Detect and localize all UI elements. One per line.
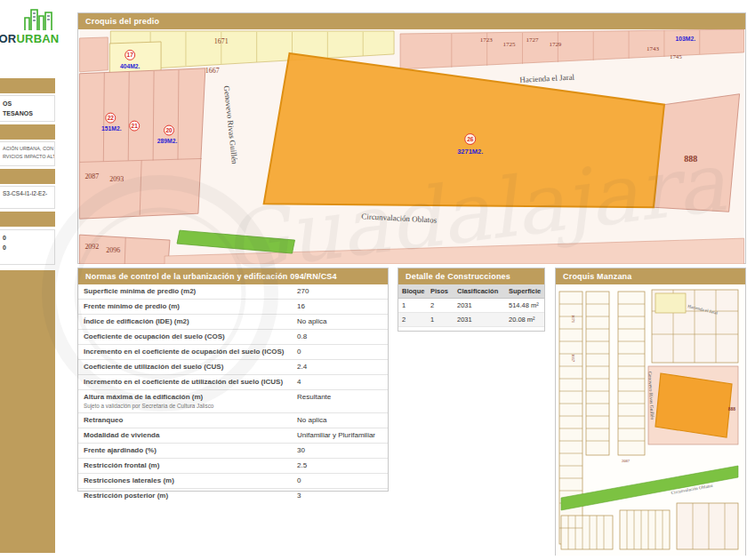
detalle-header[interactable]: Detalle de Construcciones — [398, 268, 544, 284]
sidebar-section-bar-1[interactable] — [0, 78, 55, 93]
normas-row-value: 0.8 — [297, 332, 382, 341]
normas-row-label: Incremento en el coeficiente de utilizac… — [84, 378, 297, 387]
normas-row-value: Unifamiliar y Plurifamiliar — [297, 431, 382, 440]
normas-row-label: Altura máxima de la edificación (m) — [84, 393, 292, 402]
house-number: 2092 — [84, 243, 99, 251]
house-number: 1745 — [670, 53, 682, 60]
detalle-col-header[interactable]: Superficie — [505, 284, 544, 299]
house-number: 2087 — [84, 172, 99, 180]
croquis-predio-header[interactable]: Croquis del predio — [78, 13, 745, 29]
normas-row-label-group: Altura máxima de la edificación (m) Suje… — [84, 393, 297, 410]
normas-row-value: Resultante — [297, 393, 382, 402]
value-line-2: 0 — [3, 243, 52, 252]
normas-row: Modalidad de viviendaUnifamiliar y Pluri… — [78, 428, 388, 444]
normas-row-value: 3 — [297, 492, 382, 500]
normas-row: Incremento en el coeficiente de ocupació… — [78, 345, 388, 360]
house-number: 1671 — [214, 37, 229, 45]
detalle-col-header[interactable]: Pisos — [427, 284, 454, 299]
marker-22-number: 22 — [108, 115, 115, 121]
normas-row-value: 2.5 — [297, 461, 382, 470]
manzana-map[interactable]: Genovevo Rivas Guillén Hacienda el Jaral… — [556, 284, 745, 556]
normas-row-value: No aplica — [297, 416, 382, 425]
normas-row-value: 270 — [297, 287, 382, 296]
sidebar-section-bar-4[interactable] — [0, 212, 55, 227]
normas-row-label: Restricciones laterales (m) — [84, 476, 297, 485]
manzana-yellow-parcel — [655, 293, 686, 313]
normas-row-value: 0 — [297, 348, 382, 356]
normas-row-value: 2.4 — [297, 363, 382, 372]
marker-20[interactable]: 20 — [165, 125, 174, 135]
house-number: 1723 — [480, 36, 493, 44]
normas-row-label: Modalidad de vivienda — [84, 431, 297, 440]
predio-map[interactable]: Genovevo Rivas Guillén Hacienda el Jaral… — [78, 29, 745, 264]
normas-row-label: Índice de edificación (IDE) (m2) — [84, 317, 297, 326]
detalle-cell: 514.48 m² — [505, 299, 544, 313]
visor-urbano-page: { "app": { "logo": { "part1": "VISOR", "… — [0, 0, 747, 560]
marker-26[interactable]: 26 — [465, 134, 476, 145]
area-label-151: 151M2. — [101, 125, 122, 132]
normas-header[interactable]: Normas de control de la urbanización y e… — [78, 268, 388, 284]
sidebar-info-values: 0 0 — [0, 229, 55, 265]
house-number: 1725 — [503, 41, 516, 48]
croquis-manzana-header[interactable]: Croquis Manzana — [556, 268, 745, 284]
croquis-manzana-panel: Croquis Manzana Genovevo Rivas Guillén H… — [555, 268, 746, 556]
detalle-cell: 1 — [398, 299, 427, 313]
normas-row-label: Restricción posterior (m) — [84, 492, 297, 500]
area-label-289: 289M2. — [157, 138, 178, 144]
marker-17[interactable]: 17 — [125, 50, 135, 60]
clasificacion-line-2: RVICIOS IMPACTO ALTO — [3, 153, 52, 161]
normas-row: Restricción frontal (m)2.5 — [78, 459, 388, 474]
normas-row: Frente mínimo de predio (m)16 — [78, 300, 388, 315]
house-number: 1727 — [526, 36, 539, 44]
normas-row-value: No aplica — [297, 317, 382, 326]
sidebar-info-address: OS TESANOS — [0, 95, 55, 122]
logo-text-visor: VISOR — [0, 32, 16, 45]
detalle-col-header[interactable]: Bloque — [398, 284, 427, 299]
normas-row-label: Retranqueo — [84, 416, 297, 425]
area-label-103: 103M2. — [676, 36, 696, 42]
manzana-selected-parcel[interactable] — [655, 373, 732, 437]
normas-row-label: Restricción frontal (m) — [84, 461, 297, 470]
normas-row-value: 30 — [297, 446, 382, 455]
detalle-table: Bloque Pisos Clasificación Superficie 1 … — [398, 284, 544, 327]
house-number-888: 888 — [684, 154, 697, 164]
clasificacion-line-1: ACIÓN URBANA, CON — [3, 145, 52, 153]
detalle-col-header[interactable]: Clasificación — [454, 284, 505, 299]
colonia-line: TESANOS — [3, 108, 52, 118]
manzana-house-number: 1671 — [571, 315, 575, 323]
normas-row-label: Incremento en el coeficiente de ocupació… — [84, 348, 297, 356]
visor-urbano-logo[interactable]: VISORURBANO — [0, 5, 59, 52]
house-number: 1729 — [549, 41, 561, 48]
detalle-cell: 20.08 m² — [505, 313, 544, 327]
house-number: 2096 — [106, 246, 120, 254]
croquis-predio-panel: Croquis del predio Genovevo Rivas Guillé… — [77, 12, 746, 264]
sidebar-section-bar-2[interactable] — [0, 124, 55, 140]
normas-row: Superficie mínima de predio (m2)270 — [78, 284, 388, 300]
manzana-house-number: 2087 — [622, 459, 631, 463]
marker-22[interactable]: 22 — [106, 113, 116, 123]
sidebar-section-bar-bottom[interactable] — [0, 270, 55, 553]
normas-row: Coeficiente de ocupación del suelo (COS)… — [78, 330, 388, 345]
normas-row-label: Frente mínimo de predio (m) — [84, 302, 297, 311]
normas-row-value: 4 — [297, 378, 382, 387]
normas-row: Coeficiente de utilización del suelo (CU… — [78, 360, 388, 375]
marker-17-number: 17 — [127, 52, 134, 58]
normas-row-label: Frente ajardinado (%) — [84, 446, 297, 455]
normas-row-label: Coeficiente de utilización del suelo (CU… — [84, 363, 297, 372]
manzana-house-number: 888 — [728, 406, 736, 412]
normas-table: Superficie mínima de predio (m2)270 Fren… — [78, 284, 388, 503]
normas-row: Frente ajardinado (%)30 — [78, 444, 388, 459]
normas-row: Altura máxima de la edificación (m) Suje… — [78, 390, 388, 413]
sidebar-section-bar-3[interactable] — [0, 169, 55, 184]
detalle-cell: 1 — [427, 313, 454, 327]
normas-row: Incremento en el coeficiente de utilizac… — [78, 375, 388, 390]
area-label-404: 404M2. — [120, 63, 141, 69]
zonificacion-codes: S3-CS4-I1-I2-E2- — [3, 189, 52, 198]
house-number: 1743 — [647, 45, 659, 52]
house-number: 1667 — [205, 67, 220, 75]
normas-row-value: 16 — [297, 302, 382, 311]
marker-21[interactable]: 21 — [130, 121, 140, 131]
normas-row: Restricciones laterales (m)0 — [78, 474, 388, 489]
normas-row-label: Superficie mínima de predio (m2) — [84, 287, 297, 296]
sidebar: VISORURBANO OS TESANOS ACIÓN URBANA, CON… — [0, 0, 59, 560]
